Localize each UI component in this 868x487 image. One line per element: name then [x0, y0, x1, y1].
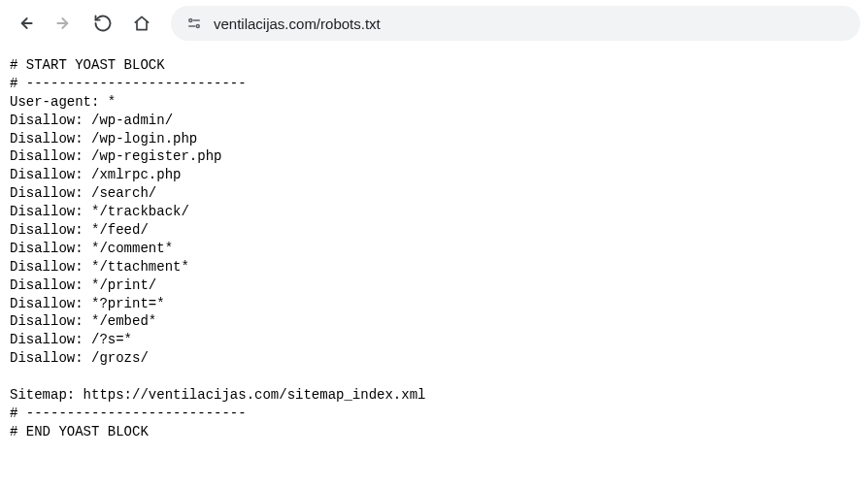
svg-point-4	[196, 25, 199, 28]
arrow-left-icon	[16, 14, 35, 33]
home-button[interactable]	[124, 6, 159, 41]
page-content: # START YOAST BLOCK # ------------------…	[0, 47, 868, 451]
home-icon	[132, 14, 151, 33]
browser-toolbar: ventilacijas.com/robots.txt	[0, 0, 868, 47]
reload-button[interactable]	[85, 6, 120, 41]
site-settings-icon[interactable]	[184, 14, 204, 33]
svg-point-2	[189, 19, 192, 22]
url-text: ventilacijas.com/robots.txt	[214, 16, 381, 32]
back-button[interactable]	[8, 6, 43, 41]
address-bar[interactable]: ventilacijas.com/robots.txt	[171, 6, 860, 41]
arrow-right-icon	[54, 14, 74, 33]
forward-button[interactable]	[47, 6, 82, 41]
reload-icon	[93, 14, 113, 33]
